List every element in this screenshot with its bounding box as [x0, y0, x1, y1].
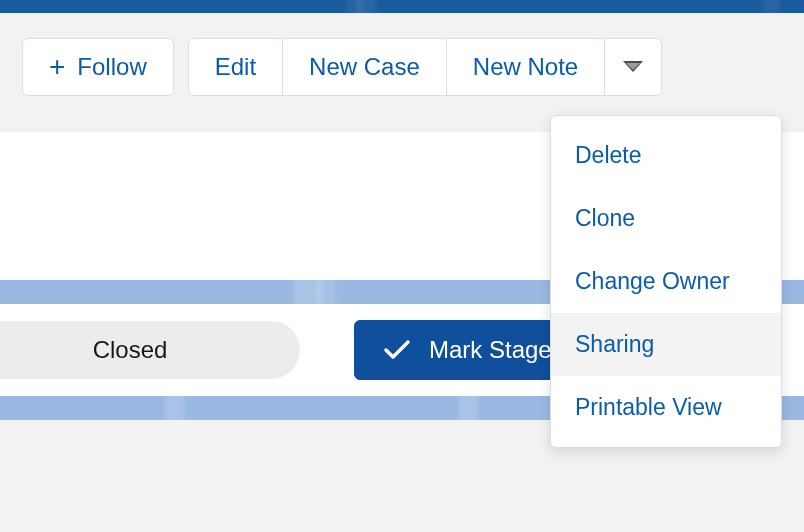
menu-item-label: Sharing [575, 331, 654, 357]
menu-item-change-owner[interactable]: Change Owner [551, 250, 781, 313]
top-pattern-band [0, 0, 804, 13]
edit-label: Edit [215, 53, 256, 81]
menu-item-label: Clone [575, 205, 635, 231]
menu-item-label: Change Owner [575, 268, 730, 294]
stage-closed-label: Closed [93, 336, 168, 364]
follow-button[interactable]: + Follow [22, 38, 174, 96]
menu-item-delete[interactable]: Delete [551, 124, 781, 187]
edit-button[interactable]: Edit [188, 38, 283, 96]
check-icon [383, 339, 411, 361]
menu-item-clone[interactable]: Clone [551, 187, 781, 250]
more-actions-menu: Delete Clone Change Owner Sharing Printa… [550, 115, 782, 448]
chevron-down-icon [623, 61, 643, 73]
plus-icon: + [49, 53, 65, 81]
menu-item-label: Printable View [575, 394, 722, 420]
follow-label: Follow [77, 53, 146, 81]
record-action-bar: + Follow Edit New Case New Note [0, 13, 804, 130]
more-actions-button[interactable] [604, 38, 662, 96]
stage-closed-pill[interactable]: Closed [0, 321, 300, 379]
new-case-label: New Case [309, 53, 420, 81]
menu-item-sharing[interactable]: Sharing [551, 313, 781, 376]
new-note-button[interactable]: New Note [446, 38, 605, 96]
new-case-button[interactable]: New Case [282, 38, 447, 96]
new-note-label: New Note [473, 53, 578, 81]
menu-item-label: Delete [575, 142, 641, 168]
action-button-group: Edit New Case New Note [188, 38, 662, 96]
menu-item-printable-view[interactable]: Printable View [551, 376, 781, 439]
